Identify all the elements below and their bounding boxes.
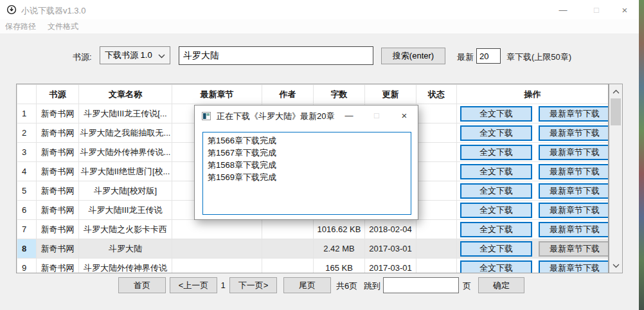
author-cell	[262, 239, 314, 259]
latest-chapters-download-button[interactable]: 最新章节下载	[539, 145, 609, 160]
latest-chapters-download-button[interactable]: 最新章节下载	[539, 164, 609, 179]
last-page-button[interactable]: 尾页	[283, 277, 331, 293]
title-cell: 斗罗大陆II绝世唐门[校...	[79, 162, 172, 181]
size-cell: 1016.62 KB	[314, 220, 365, 239]
table-row[interactable]: 8新奇书网斗罗大陆2.42 MB2017-03-01全文下载最新章节下载	[17, 239, 609, 259]
latest-chapters-download-button[interactable]: 最新章节下载	[539, 222, 609, 237]
status-cell	[416, 123, 457, 143]
source-cell: 新奇书网	[37, 220, 79, 239]
title-cell: 斗罗大陆之火影卡卡西	[79, 220, 172, 239]
dialog-window-icon	[202, 111, 211, 123]
table-row[interactable]: 7新奇书网斗罗大陆之火影卡卡西1016.62 KB2018-02-04全文下载最…	[17, 220, 609, 239]
row-number: 5	[17, 181, 37, 201]
jump-page-input[interactable]	[383, 277, 459, 293]
latest-chapters-download-button: 最新章节下载	[539, 241, 609, 257]
table-row[interactable]: 9新奇书网斗罗大陆外传神界传说165 KB2017-03-01全文下载最新章节下…	[17, 259, 609, 274]
title-cell: 斗罗大陆III龙王传说	[79, 201, 172, 220]
latest-chapters-download-button[interactable]: 最新章节下载	[539, 183, 609, 199]
column-header: 作者	[262, 85, 314, 104]
column-header: 文章名称	[79, 85, 172, 104]
menu-file-format[interactable]: 文件格式	[48, 21, 78, 32]
full-download-button[interactable]: 全文下载	[460, 106, 532, 122]
confirm-button[interactable]: 确定	[478, 277, 524, 293]
source-cell: 新奇书网	[37, 104, 79, 123]
source-cell: 新奇书网	[37, 181, 79, 201]
row-number: 2	[17, 123, 37, 143]
next-page-button[interactable]: 下一页>	[229, 277, 277, 293]
actions-cell: 全文下载最新章节下载	[457, 201, 609, 220]
table-header-row: 书源文章名称最新章节作者字数更新状态操作	[17, 85, 609, 104]
full-download-button[interactable]: 全文下载	[460, 145, 532, 160]
title-cell: 斗罗大陆[校对版]	[79, 181, 172, 201]
column-header: 状态	[416, 85, 457, 104]
status-cell	[416, 162, 457, 181]
full-download-button[interactable]: 全文下载	[460, 183, 532, 199]
latest-suffix-label: 章下载(上限50章)	[506, 51, 571, 63]
download-app-icon	[6, 5, 17, 15]
row-number: 3	[17, 143, 37, 162]
source-cell: 新奇书网	[37, 201, 79, 220]
actions-cell: 全文下载最新章节下载	[457, 259, 609, 274]
column-header: 字数	[314, 85, 365, 104]
latest-chapters-download-button[interactable]: 最新章节下载	[539, 203, 609, 218]
row-number: 6	[17, 201, 37, 220]
latest-chapters-input[interactable]	[476, 48, 501, 64]
size-cell: 165 KB	[314, 259, 365, 274]
prev-page-button[interactable]: <上一页	[170, 277, 217, 293]
jump-to-label: 跳到	[364, 280, 380, 292]
page-unit-label: 页	[463, 280, 471, 292]
close-button[interactable]: ×	[614, 0, 635, 19]
status-cell	[416, 259, 457, 274]
current-page: 1	[219, 280, 228, 290]
actions-cell: 全文下载最新章节下载	[457, 123, 609, 143]
full-download-button[interactable]: 全文下载	[460, 260, 532, 274]
latest-chapters-download-button[interactable]: 最新章节下载	[539, 125, 609, 141]
log-line: 第1568章下载完成	[208, 159, 406, 171]
full-download-button[interactable]: 全文下载	[460, 203, 532, 218]
full-download-button[interactable]: 全文下载	[460, 241, 532, 257]
full-download-button[interactable]: 全文下载	[460, 164, 532, 179]
updated-cell: 2017-03-01	[365, 259, 416, 274]
row-number: 1	[17, 104, 37, 123]
author-cell	[262, 259, 314, 274]
scrollbar-thumb[interactable]	[611, 98, 621, 125]
status-cell	[416, 220, 457, 239]
book-source-value: 下载书源 1.0	[105, 50, 152, 61]
dialog-minimize-button[interactable]: —	[339, 105, 359, 125]
scroll-down-icon[interactable]	[609, 260, 622, 271]
latest-chapters-download-button[interactable]: 最新章节下载	[539, 106, 609, 122]
first-page-button[interactable]: 首页	[118, 277, 166, 293]
latest-chapters-download-button[interactable]: 最新章节下载	[539, 260, 609, 274]
menu-save-path[interactable]: 保存路径	[5, 21, 36, 32]
minimize-button[interactable]: —	[553, 0, 573, 19]
row-number: 8	[17, 239, 37, 259]
latest-chapter-cell	[172, 259, 262, 274]
book-source-select[interactable]: 下载书源 1.0	[100, 46, 170, 64]
scroll-up-icon[interactable]	[609, 86, 622, 97]
column-header: 最新章节	[172, 85, 262, 104]
title-bar: 小说下载器v1.3.0 — □ ×	[0, 0, 639, 19]
status-cell	[416, 201, 457, 220]
title-cell: 斗罗大陆外传神界传说	[79, 259, 172, 274]
source-cell: 新奇书网	[37, 123, 79, 143]
app-window: 小说下载器v1.3.0 — □ × 保存路径 文件格式 书源: 下载书源 1.0…	[0, 0, 639, 310]
dialog-title-bar: 正在下载《斗罗大陆》最新20章 — □ ×	[195, 105, 418, 125]
table-scrollbar[interactable]	[609, 84, 623, 273]
source-cell: 新奇书网	[37, 259, 79, 274]
source-cell: 新奇书网	[37, 239, 79, 259]
full-download-button[interactable]: 全文下载	[460, 222, 532, 237]
size-cell: 2.42 MB	[314, 239, 365, 259]
desktop-edge	[639, 0, 644, 310]
screen: 小说下载器v1.3.0 — □ × 保存路径 文件格式 书源: 下载书源 1.0…	[0, 0, 644, 310]
search-button[interactable]: 搜索(enter)	[381, 48, 445, 64]
source-cell: 新奇书网	[37, 143, 79, 162]
latest-chapter-cell	[172, 239, 262, 259]
status-cell	[416, 181, 457, 201]
search-input[interactable]	[179, 46, 373, 65]
dialog-close-button[interactable]: ×	[395, 105, 414, 125]
status-cell	[416, 104, 457, 123]
column-header: 更新	[365, 85, 416, 104]
full-download-button[interactable]: 全文下载	[460, 125, 532, 141]
title-cell: 斗罗大陆之我能抽取无...	[79, 123, 172, 143]
download-log: 第1566章下载完成第1567章下载完成第1568章下载完成第1569章下载完成	[202, 132, 411, 215]
